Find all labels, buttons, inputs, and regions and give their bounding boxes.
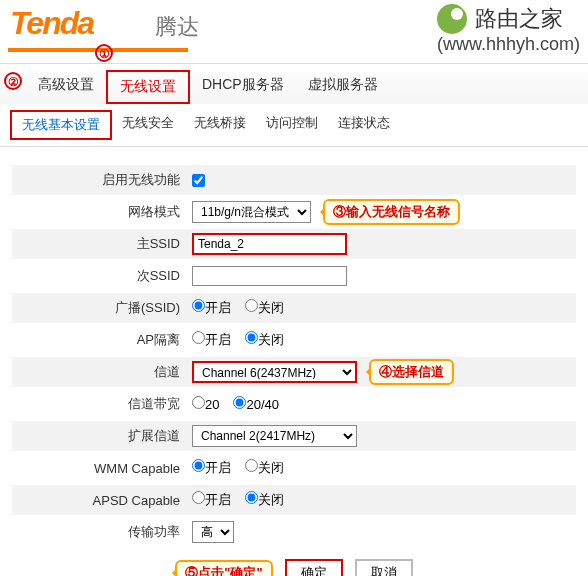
- callout-4: ④选择信道: [369, 359, 454, 385]
- label-ssid2: 次SSID: [12, 267, 192, 285]
- tab-dhcp[interactable]: DHCP服务器: [190, 70, 296, 104]
- radio-apiso-off[interactable]: [245, 331, 258, 344]
- row-broadcast: 广播(SSID) 开启 关闭: [12, 293, 576, 323]
- label-enable: 启用无线功能: [12, 171, 192, 189]
- radio-apsd-off[interactable]: [245, 491, 258, 504]
- row-wmm: WMM Capable 开启 关闭: [12, 453, 576, 483]
- main-tabs: ② 高级设置 无线设置 DHCP服务器 虚拟服务器: [0, 64, 588, 104]
- callout-5: ⑤点击"确定": [175, 560, 272, 576]
- row-enable: 启用无线功能: [12, 165, 576, 195]
- input-ssid[interactable]: [192, 233, 347, 255]
- input-ssid2[interactable]: [192, 266, 347, 286]
- row-extch: 扩展信道 Channel 2(2417MHz): [12, 421, 576, 451]
- select-channel[interactable]: Channel 6(2437MHz): [192, 361, 357, 383]
- label-bw: 信道带宽: [12, 395, 192, 413]
- cancel-button[interactable]: 取消: [355, 559, 413, 576]
- label-tx: 传输功率: [12, 523, 192, 541]
- header: Tenda 腾达 ① 路由之家 (www.hhhyh.com): [0, 0, 588, 64]
- radio-bw-2040[interactable]: [233, 396, 246, 409]
- subtab-basic[interactable]: 无线基本设置: [10, 110, 112, 140]
- label-mode: 网络模式: [12, 203, 192, 221]
- row-apiso: AP隔离 开启 关闭: [12, 325, 576, 355]
- row-ssid2: 次SSID: [12, 261, 576, 291]
- radio-broadcast-on[interactable]: [192, 299, 205, 312]
- radio-wmm-off[interactable]: [245, 459, 258, 472]
- brand-logo: Tenda: [10, 5, 93, 42]
- row-ssid: 主SSID: [12, 229, 576, 259]
- subtab-status[interactable]: 连接状态: [328, 110, 400, 140]
- brand-cn: 腾达: [155, 12, 199, 42]
- submit-row: ⑤点击"确定" 确定 取消: [12, 559, 576, 576]
- radio-apsd-on[interactable]: [192, 491, 205, 504]
- badge-1: ①: [95, 44, 113, 62]
- site-url: (www.hhhyh.com): [437, 34, 580, 55]
- row-apsd: APSD Capable 开启 关闭: [12, 485, 576, 515]
- label-apiso: AP隔离: [12, 331, 192, 349]
- badge-2: ②: [4, 72, 22, 90]
- site-icon: [437, 4, 467, 34]
- site-name: 路由之家: [475, 4, 563, 34]
- ok-button[interactable]: 确定: [285, 559, 343, 576]
- radio-wmm-on[interactable]: [192, 459, 205, 472]
- label-channel: 信道: [12, 363, 192, 381]
- row-channel: 信道 Channel 6(2437MHz) ④选择信道: [12, 357, 576, 387]
- label-extch: 扩展信道: [12, 427, 192, 445]
- form-area: 启用无线功能 网络模式 11b/g/n混合模式 ③输入无线信号名称 主SSID …: [0, 147, 588, 576]
- tab-wireless[interactable]: 无线设置: [106, 70, 190, 104]
- tab-virtual[interactable]: 虚拟服务器: [296, 70, 390, 104]
- select-extch[interactable]: Channel 2(2417MHz): [192, 425, 357, 447]
- radio-bw-20[interactable]: [192, 396, 205, 409]
- site-badge: 路由之家 (www.hhhyh.com): [437, 4, 580, 55]
- label-broadcast: 广播(SSID): [12, 299, 192, 317]
- subtab-acl[interactable]: 访问控制: [256, 110, 328, 140]
- tab-advanced[interactable]: 高级设置: [26, 70, 106, 104]
- radio-apiso-on[interactable]: [192, 331, 205, 344]
- row-mode: 网络模式 11b/g/n混合模式 ③输入无线信号名称: [12, 197, 576, 227]
- callout-3: ③输入无线信号名称: [323, 199, 460, 225]
- subtab-bridge[interactable]: 无线桥接: [184, 110, 256, 140]
- select-mode[interactable]: 11b/g/n混合模式: [192, 201, 311, 223]
- select-tx[interactable]: 高: [192, 521, 234, 543]
- sub-tabs: 无线基本设置 无线安全 无线桥接 访问控制 连接状态: [0, 104, 588, 147]
- row-tx: 传输功率 高: [12, 517, 576, 547]
- label-ssid: 主SSID: [12, 235, 192, 253]
- radio-broadcast-off[interactable]: [245, 299, 258, 312]
- label-apsd: APSD Capable: [12, 493, 192, 508]
- row-bw: 信道带宽 20 20/40: [12, 389, 576, 419]
- checkbox-enable[interactable]: [192, 174, 205, 187]
- subtab-security[interactable]: 无线安全: [112, 110, 184, 140]
- label-wmm: WMM Capable: [12, 461, 192, 476]
